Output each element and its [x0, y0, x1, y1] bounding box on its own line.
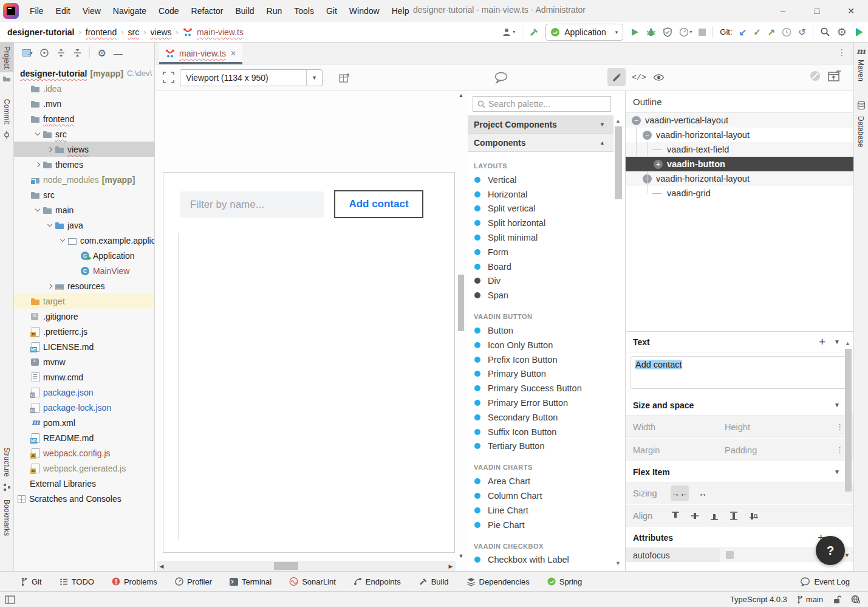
tree-row[interactable]: LICENSE.md — [14, 339, 154, 354]
tree-row[interactable]: External Libraries — [14, 476, 154, 491]
editor-tab[interactable]: main-view.ts ✕ — [159, 43, 242, 64]
user-account-icon[interactable]: ▾ — [502, 27, 515, 37]
tree-row[interactable]: Application — [14, 248, 154, 263]
tab-close-icon[interactable]: ✕ — [230, 49, 236, 58]
viewport-frame-icon[interactable] — [163, 72, 174, 83]
outline-row[interactable]: vaadin-grid — [626, 186, 853, 201]
preview-mode-button[interactable] — [649, 68, 668, 86]
palette-item[interactable]: Suffix Icon Button — [468, 425, 613, 439]
tree-row[interactable]: node_modules [myapp] — [14, 172, 154, 187]
horizontal-scroll-thumb[interactable] — [274, 562, 298, 570]
run-icon[interactable] — [630, 27, 640, 37]
tool-window-tab-commit[interactable]: Commit — [0, 95, 13, 128]
align-end-button[interactable] — [709, 511, 719, 521]
maximize-button[interactable]: □ — [800, 0, 834, 22]
tree-chevron-icon[interactable] — [34, 160, 43, 169]
tree-chevron-icon[interactable] — [46, 282, 55, 290]
outline-expander-icon[interactable] — [654, 189, 663, 198]
plugin-icon[interactable] — [853, 27, 864, 38]
profiler-icon[interactable]: ▾ — [679, 27, 692, 37]
palette-item[interactable]: Prefix Icon Button — [468, 352, 613, 367]
tree-row[interactable]: target — [14, 293, 154, 309]
chevron-down-icon[interactable]: ▼ — [834, 338, 840, 345]
palette-section-project-components[interactable]: Project Components▼ — [468, 115, 613, 134]
outline-expander-icon[interactable] — [654, 145, 663, 154]
git-commit-icon[interactable]: ✓ — [753, 27, 761, 38]
tree-chevron-icon[interactable] — [46, 145, 55, 154]
palette-section-components[interactable]: Components▲ — [468, 134, 613, 152]
palette-item[interactable]: LAYOUTS — [468, 152, 613, 173]
palette-item[interactable]: Icon Only Button — [468, 338, 613, 352]
menu-item[interactable]: Window — [343, 2, 386, 19]
close-button[interactable]: ✕ — [834, 0, 868, 22]
breadcrumb-views[interactable]: views — [151, 27, 172, 37]
breadcrumb-file[interactable]: main-view.ts — [197, 27, 244, 37]
palette-item[interactable]: Form — [468, 245, 613, 259]
palette-scroll-thumb[interactable] — [615, 126, 622, 199]
tree-row[interactable]: .mvn — [14, 96, 154, 111]
section-size-and-space[interactable]: Size and space ▼ — [626, 395, 853, 416]
palette-search-input[interactable] — [488, 99, 610, 109]
autofocus-checkbox[interactable] — [726, 551, 734, 559]
project-view-mode-icon[interactable]: ..▾ — [22, 49, 32, 57]
palette-search[interactable] — [473, 96, 611, 112]
tool-window-tab-bookmarks[interactable]: Bookmarks — [0, 496, 13, 540]
vertical-scroll-thumb[interactable] — [458, 275, 464, 331]
viewport-select-caret-icon[interactable]: ▼ — [306, 70, 322, 86]
size-row-margin-padding[interactable]: Margin Padding ⋮ — [626, 439, 853, 462]
section-text[interactable]: Text + ▼ — [626, 332, 853, 352]
palette-scroll-down-icon[interactable]: ▼ — [615, 560, 621, 566]
viewport-select[interactable]: Viewport (1134 x 950) ▼ — [180, 69, 323, 86]
palette-item[interactable]: Board — [468, 259, 613, 274]
run-configuration-select[interactable]: Application ▾ — [545, 24, 623, 41]
palette-item[interactable]: Split vertical — [468, 202, 613, 216]
tree-row[interactable]: java — [14, 218, 154, 233]
tool-window-problems[interactable]: Problems — [112, 577, 157, 586]
tree-row[interactable]: .gitignore — [14, 309, 154, 324]
breadcrumb-src[interactable]: src — [128, 27, 140, 37]
coverage-icon[interactable] — [663, 27, 672, 37]
open-in-window-icon[interactable] — [828, 70, 841, 81]
tree-row[interactable]: .prettierrc.js — [14, 324, 154, 339]
menu-item[interactable]: File — [24, 2, 50, 19]
tool-window-spring[interactable]: Spring — [547, 577, 583, 586]
props-scroll-thumb[interactable] — [845, 349, 852, 492]
more-options-icon[interactable]: ⋮ — [836, 445, 844, 454]
palette-item[interactable]: Primary Success Button — [468, 381, 613, 396]
code-mode-button[interactable]: </> — [630, 68, 648, 86]
palette-item[interactable]: Area Chart — [468, 474, 613, 489]
breadcrumb-project[interactable]: designer-tutorial — [7, 27, 74, 37]
tool-window-tab-project[interactable]: Project — [0, 43, 13, 72]
tree-row[interactable]: designer-tutorial [myapp] C:\dev\ — [14, 66, 154, 81]
menu-item[interactable]: Help — [386, 2, 415, 19]
outline-row[interactable]: vaadin-text-field — [626, 142, 853, 157]
palette-item[interactable]: Horizontal — [468, 187, 613, 202]
more-options-icon[interactable]: ⋮ — [836, 422, 844, 431]
tree-row[interactable]: MainView — [14, 263, 154, 278]
rotate-viewport-icon[interactable] — [339, 72, 352, 84]
settings-gear-icon[interactable]: ⚙ — [837, 26, 847, 39]
align-baseline-button[interactable] — [748, 511, 759, 521]
canvas-vertical-scrollbar[interactable]: ▲ ▼ — [457, 92, 465, 559]
palette-item[interactable]: Tertiary Button — [468, 439, 613, 454]
menu-item[interactable]: Build — [229, 2, 260, 19]
sizing-shrink-button[interactable]: →← — [671, 485, 689, 501]
menu-item[interactable]: View — [77, 2, 107, 19]
tree-row[interactable]: themes — [14, 157, 154, 172]
tree-chevron-icon[interactable] — [59, 236, 67, 245]
palette-item[interactable]: Column Chart — [468, 489, 613, 503]
tree-row[interactable]: .idea — [14, 81, 154, 96]
outline-expander-icon[interactable] — [654, 160, 663, 169]
palette-item[interactable]: VAADIN CHARTS — [468, 453, 613, 474]
project-settings-gear-icon[interactable]: ⚙ — [97, 47, 106, 59]
tool-window-endpoints[interactable]: Endpoints — [354, 577, 401, 586]
debug-icon[interactable] — [646, 27, 656, 37]
tool-window-tab-maven[interactable]: Maven — [854, 56, 867, 85]
palette-item[interactable]: Vertical — [468, 173, 613, 187]
tree-row[interactable]: src — [14, 187, 154, 202]
git-push-icon[interactable]: ↗ — [768, 27, 776, 38]
align-stretch-button[interactable] — [729, 511, 739, 521]
height-field-label[interactable]: Height — [725, 422, 816, 432]
section-flex-item[interactable]: Flex Item ▼ — [626, 462, 853, 482]
build-hammer-icon[interactable] — [529, 27, 539, 37]
